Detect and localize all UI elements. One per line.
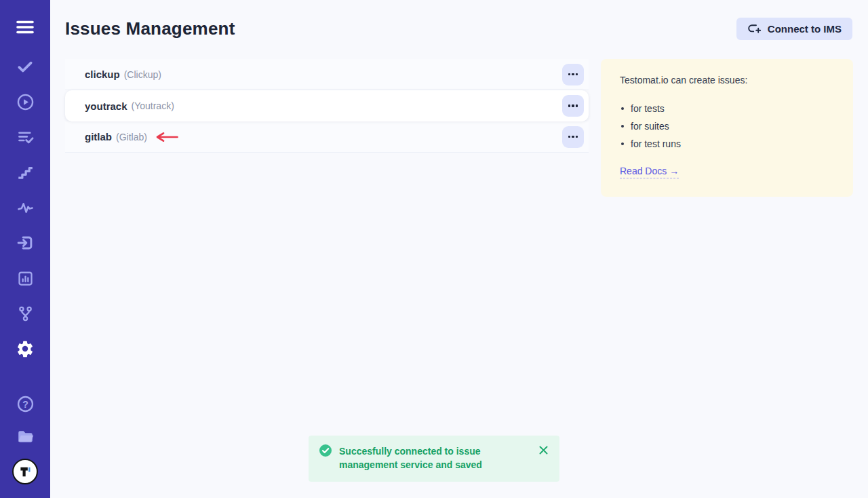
ims-row-clickup[interactable]: clickup (Clickup) [65, 59, 589, 90]
bullet-item: for suites [620, 117, 834, 135]
svg-text:?: ? [22, 398, 28, 409]
ims-row-gitlab[interactable]: gitlab (Gitlab) [65, 121, 589, 153]
projects-folder-icon[interactable] [14, 426, 37, 446]
import-icon[interactable] [14, 231, 37, 254]
ellipsis-icon[interactable] [562, 95, 584, 117]
ims-name: gitlab [85, 131, 112, 142]
branch-icon[interactable] [14, 302, 37, 325]
link-plus-icon [747, 24, 762, 34]
ims-provider: (Gitlab) [116, 132, 147, 142]
analytics-bar-chart-icon[interactable] [14, 267, 37, 290]
info-panel-bullets: for tests for suites for test runs [620, 100, 834, 153]
sidebar-bottom: ? [12, 394, 38, 484]
ims-provider: (Youtrack) [132, 100, 174, 111]
bullet-item: for test runs [620, 135, 834, 153]
red-arrow-left-icon [153, 132, 179, 142]
sidebar-nav [14, 55, 37, 360]
ims-row-youtrack[interactable]: youtrack (Youtrack) [65, 90, 589, 121]
help-icon[interactable]: ? [14, 394, 37, 414]
sidebar: ? [0, 0, 50, 498]
steps-icon[interactable] [14, 161, 37, 184]
pulse-icon[interactable] [14, 196, 37, 219]
ims-name: youtrack [85, 100, 127, 112]
ims-provider: (Clickup) [124, 69, 161, 80]
page-title: Issues Management [65, 18, 235, 39]
ellipsis-icon[interactable] [562, 126, 584, 148]
content-area: clickup (Clickup) youtrack (Youtrack) gi… [50, 40, 868, 197]
connect-to-ims-button[interactable]: Connect to IMS [736, 18, 852, 40]
tests-check-icon[interactable] [14, 55, 37, 78]
connect-to-ims-label: Connect to IMS [768, 23, 842, 35]
testomat-logo[interactable] [12, 459, 38, 484]
ims-name: clickup [85, 69, 120, 80]
success-toast: Succesfully connected to issue managemen… [309, 436, 559, 482]
check-circle-icon [319, 444, 332, 457]
plans-list-check-icon[interactable] [14, 126, 37, 149]
read-docs-link[interactable]: Read Docs → [620, 166, 679, 178]
info-panel: Testomat.io can create issues: for tests… [601, 59, 853, 197]
ims-list: clickup (Clickup) youtrack (Youtrack) gi… [65, 59, 589, 153]
main-content: Issues Management Connect to IMS clickup… [50, 0, 868, 498]
ellipsis-icon[interactable] [562, 64, 584, 85]
toast-message: Succesfully connected to issue managemen… [339, 444, 531, 472]
page-header: Issues Management Connect to IMS [50, 0, 868, 40]
info-panel-intro: Testomat.io can create issues: [620, 75, 834, 85]
settings-gear-icon[interactable] [14, 337, 37, 360]
close-icon[interactable] [538, 444, 549, 455]
runs-play-icon[interactable] [14, 90, 37, 113]
bullet-item: for tests [620, 100, 834, 117]
menu-icon[interactable] [14, 17, 37, 37]
